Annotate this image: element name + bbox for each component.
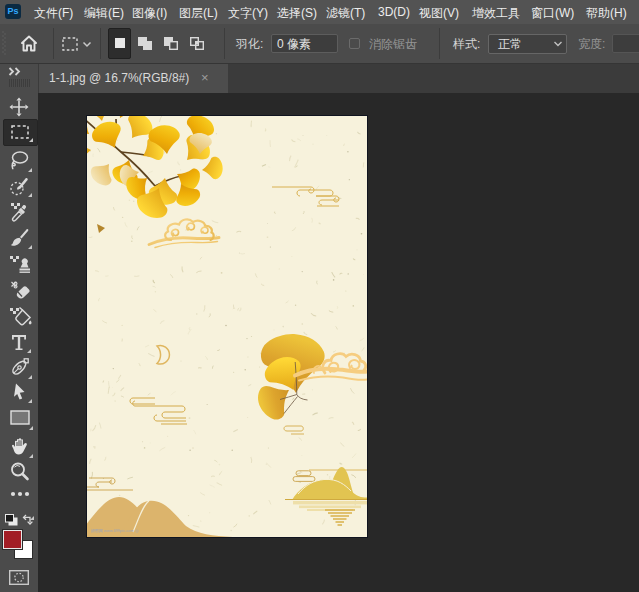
svg-text:摄图网 www.699pic.com ◎: 摄图网 www.699pic.com ◎: [90, 528, 139, 533]
